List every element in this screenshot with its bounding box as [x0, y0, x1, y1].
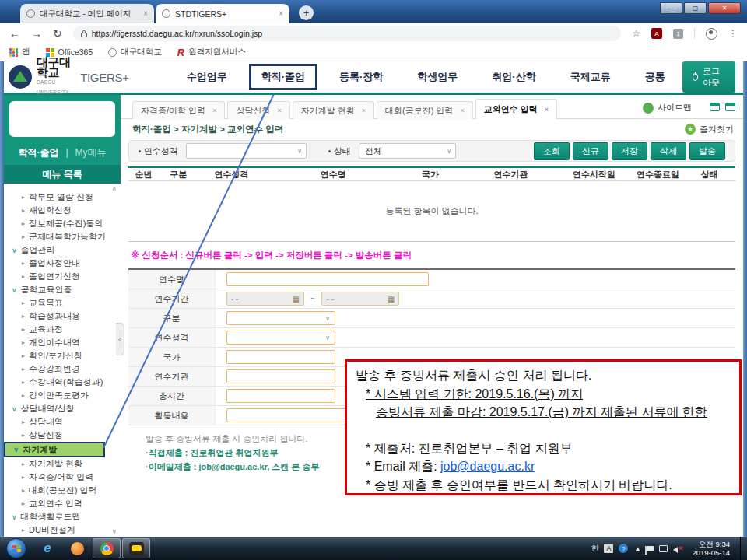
nav-item-common[interactable]: 공통 [628, 64, 682, 90]
bookmark-apps[interactable]: 앱 [9, 47, 30, 58]
minimize-button[interactable]: — [660, 2, 682, 14]
sidebar-item[interactable]: ▸자기계발 현황 [4, 457, 121, 471]
action-center-flag-icon[interactable] [647, 546, 654, 551]
institution-input[interactable] [226, 369, 335, 383]
scroll-down-icon[interactable]: ∨ [111, 527, 117, 535]
nav-item-international[interactable]: 국제교류 [553, 64, 628, 90]
sidebar-item[interactable]: ▸졸업사정안내 [4, 257, 121, 270]
menu-kebab-icon[interactable]: ⋮ [728, 28, 738, 39]
university-logo[interactable] [9, 65, 32, 89]
sidebar-item[interactable]: ▸확인/포기신청 [4, 349, 121, 362]
show-desktop-button[interactable] [740, 537, 747, 560]
sidebar-section-self-development[interactable]: ∨자기계발 [4, 442, 105, 457]
sidebar-tab-mymenu[interactable]: My메뉴 [75, 146, 107, 159]
training-type-select[interactable]: ∨ [186, 143, 307, 159]
worktab-contest[interactable]: 대회(공모전) 입력× [377, 101, 473, 119]
email-link[interactable]: job@daegu.ac.kr [440, 460, 535, 473]
status-select[interactable]: 전체∨ [359, 143, 456, 159]
save-button[interactable]: 저장 [612, 142, 647, 160]
tab-close-icon[interactable]: × [143, 9, 148, 18]
new-button[interactable]: 신규 [573, 142, 608, 160]
nav-item-career[interactable]: 취업·산학 [475, 64, 552, 90]
logout-button[interactable]: 로그아웃 [682, 61, 735, 93]
pdf-extension-icon[interactable]: A [651, 28, 662, 39]
kakaotalk-icon[interactable] [122, 538, 150, 558]
sidebar-item[interactable]: ▸수강내역(학습성과) [4, 376, 121, 389]
extension-icon[interactable]: 1 [673, 29, 683, 39]
sidebar-item[interactable]: ▸교육과정 [4, 323, 121, 336]
worktab-counseling[interactable]: 상담신청× [227, 101, 289, 119]
sidebar-item[interactable]: ▸개인이수내역 [4, 336, 121, 349]
sidebar-item[interactable]: ▸교외연수 입력 [4, 497, 121, 510]
close-icon[interactable]: × [277, 107, 281, 114]
nav-item-registration[interactable]: 등록·장학 [322, 64, 400, 90]
ime-korean-indicator[interactable]: 한 [591, 543, 598, 554]
sidebar-item[interactable]: ▸군제대복학가능학기 [4, 230, 121, 243]
bookmark-star-icon[interactable]: ☆ [632, 28, 640, 39]
close-icon[interactable]: × [545, 106, 549, 114]
delete-button[interactable]: 삭제 [651, 142, 686, 160]
sidebar-item[interactable]: ▸교육목표 [4, 296, 121, 310]
calendar-icon[interactable]: ▦ [293, 295, 300, 303]
back-icon[interactable]: ← [9, 28, 20, 39]
new-tab-button[interactable]: + [299, 5, 314, 20]
network-icon[interactable] [659, 545, 668, 552]
send-button[interactable]: 발송 [689, 142, 725, 160]
sidebar-item[interactable]: ▸강의만족도평가 [4, 389, 121, 402]
worktab-external-training[interactable]: 교외연수 입력× [475, 99, 557, 119]
nav-item-records-graduation[interactable]: 학적·졸업 [249, 64, 317, 90]
sidebar-item[interactable]: ▸수강강좌변경 [4, 362, 121, 376]
show-hidden-icons[interactable]: ▲ [633, 544, 641, 553]
sitemap-link[interactable]: 사이트맵 [643, 102, 692, 114]
sidebar-item[interactable]: ▸학부모 열람 신청 [4, 191, 121, 204]
sidebar-item[interactable]: ▸졸업연기신청 [4, 270, 121, 283]
bookmark-daegu-univ[interactable]: 대구대학교 [108, 47, 162, 58]
sidebar-section-engineering[interactable]: ∨공학교육인증 [4, 283, 121, 296]
chrome-icon[interactable] [93, 538, 121, 558]
browser-tab-2[interactable]: STDTIGERS+ × [156, 4, 289, 23]
sidebar-item[interactable]: ▸상담내역 [4, 415, 121, 429]
close-icon[interactable]: × [460, 107, 464, 114]
help-tray-icon[interactable]: ? [619, 544, 628, 553]
start-date-input[interactable]: - -▦ [226, 292, 304, 306]
sidebar-item[interactable]: ▸대회(공모전) 입력 [4, 484, 121, 497]
nav-item-student-affairs[interactable]: 학생업무 [400, 64, 475, 90]
sidebar-item[interactable]: ▸학습성과내용 [4, 310, 121, 323]
end-date-input[interactable]: - -▦ [321, 292, 399, 306]
media-player-icon[interactable] [63, 538, 91, 558]
scroll-up-icon[interactable]: ∧ [111, 184, 117, 192]
forward-icon[interactable]: → [31, 28, 42, 39]
search-button[interactable]: 조회 [534, 142, 570, 160]
popup-window-icon[interactable] [710, 103, 720, 111]
close-icon[interactable]: × [212, 107, 216, 114]
training-type-form-select[interactable]: ∨ [226, 331, 335, 345]
sidebar-section-graduation[interactable]: ∨졸업관리 [4, 243, 121, 257]
calendar-icon[interactable]: ▦ [388, 295, 395, 303]
sidebar-item[interactable]: ▸자격증/어학 입력 [4, 471, 121, 484]
country-input[interactable] [226, 350, 335, 364]
worktab-selfdev-status[interactable]: 자기계발 현황× [293, 101, 374, 119]
browser-tab-1[interactable]: 대구대학교 - 메인 페이지 × [20, 4, 154, 23]
close-icon[interactable]: × [362, 107, 366, 114]
sidebar-item[interactable]: ▸재입학신청 [4, 204, 121, 217]
maximize-button[interactable]: ▢ [684, 2, 707, 14]
total-hours-input[interactable] [226, 389, 335, 403]
sidebar-section-counseling[interactable]: ∨상담내역/신청 [4, 402, 121, 415]
sidebar-tab-records[interactable]: 학적·졸업 [18, 146, 58, 159]
nav-item-classes[interactable]: 수업업무 [170, 64, 244, 90]
close-button[interactable]: ✕ [708, 2, 741, 14]
sidebar-section-roadmap[interactable]: ∨대학생활로드맵 [4, 510, 121, 523]
profile-avatar-icon[interactable] [706, 28, 717, 40]
sidebar-item[interactable]: ▸정보제공(수집)동의 [4, 217, 121, 230]
worktab-certificates[interactable]: 자격증/어학 입력× [132, 101, 225, 119]
training-name-input[interactable] [226, 272, 429, 286]
add-favorite-link[interactable]: ★ 즐겨찾기 [685, 124, 734, 135]
tab-close-icon[interactable]: × [279, 9, 283, 18]
taskbar-clock[interactable]: 오전 9:34 2019-05-14 [692, 540, 730, 557]
volume-muted-icon[interactable]: ✕ [673, 544, 683, 553]
ime-english-indicator[interactable]: A [604, 544, 613, 553]
bookmark-remote-support[interactable]: R 원격지원서비스 [177, 47, 246, 58]
sidebar-item[interactable]: ▸DU비전설계 [4, 523, 121, 537]
close-all-windows-icon[interactable] [725, 103, 735, 111]
sidebar-item[interactable]: ▸상담신청 [4, 429, 121, 442]
